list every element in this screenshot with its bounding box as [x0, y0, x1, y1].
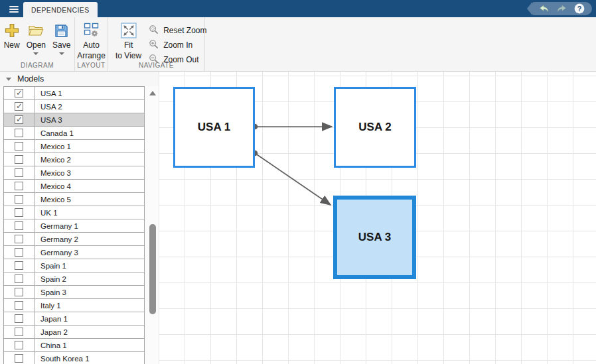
model-row[interactable]: Mexico 3	[4, 166, 144, 180]
model-name: Germany 3	[40, 249, 78, 257]
checkbox-icon[interactable]	[15, 89, 23, 97]
model-row[interactable]: Japan 2	[4, 326, 144, 339]
model-row[interactable]: Spain 1	[4, 259, 144, 273]
model-row[interactable]: Mexico 4	[4, 180, 144, 193]
model-row[interactable]: Mexico 5	[4, 193, 144, 206]
model-row[interactable]: Japan 1	[4, 312, 144, 326]
model-name: Mexico 1	[40, 143, 71, 151]
model-checkbox[interactable]	[4, 113, 35, 126]
save-button-label: Save	[52, 40, 70, 50]
redo-icon	[556, 3, 567, 15]
help-button[interactable]: ?	[573, 3, 585, 15]
save-floppy-icon	[54, 22, 69, 39]
model-checkbox[interactable]	[4, 100, 35, 113]
model-checkbox[interactable]	[4, 140, 35, 152]
model-checkbox[interactable]	[4, 87, 35, 99]
checkbox-icon[interactable]	[15, 221, 23, 230]
model-checkbox[interactable]	[4, 206, 35, 219]
model-checkbox[interactable]	[4, 339, 35, 351]
model-row[interactable]: China 1	[4, 339, 144, 352]
model-checkbox[interactable]	[4, 352, 35, 364]
model-row[interactable]: USA 1	[4, 87, 144, 100]
model-checkbox[interactable]	[4, 286, 35, 298]
redo-button[interactable]	[556, 3, 567, 15]
model-row[interactable]: Spain 3	[4, 286, 144, 299]
chevron-down-icon[interactable]	[33, 52, 38, 55]
new-button-label: New	[4, 40, 20, 50]
model-name: Germany 2	[40, 235, 78, 243]
model-row[interactable]: USA 2	[4, 100, 144, 113]
help-icon: ?	[573, 3, 585, 15]
zoom-in-button[interactable]: Zoom In	[146, 38, 209, 52]
model-row[interactable]: Canada 1	[4, 127, 144, 140]
checkbox-icon[interactable]	[15, 288, 23, 296]
scrollbar-thumb[interactable]	[149, 224, 156, 314]
auto-arrange-button[interactable]: Auto Arrange	[74, 21, 109, 60]
model-row[interactable]: Mexico 2	[4, 153, 144, 166]
reset-zoom-button[interactable]: Reset Zoom	[146, 23, 209, 38]
checkbox-icon[interactable]	[15, 301, 23, 310]
model-row[interactable]: Germany 1	[4, 219, 144, 233]
checkbox-icon[interactable]	[15, 235, 23, 243]
model-checkbox[interactable]	[4, 166, 35, 179]
model-row[interactable]: South Korea 1	[4, 352, 144, 364]
checkbox-icon[interactable]	[15, 261, 23, 270]
model-checkbox[interactable]	[4, 153, 35, 166]
model-checkbox[interactable]	[4, 127, 35, 139]
model-name: Germany 1	[40, 222, 78, 230]
hamburger-menu-icon[interactable]	[7, 3, 21, 15]
tab-dependencies[interactable]: DEPENDENCIES	[23, 2, 98, 17]
checkbox-icon[interactable]	[15, 328, 23, 336]
model-checkbox[interactable]	[4, 219, 35, 232]
ribbon-toolstrip: New Open	[0, 17, 596, 72]
checkbox-icon[interactable]	[15, 208, 23, 217]
model-row[interactable]: Germany 3	[4, 246, 144, 259]
model-checkbox[interactable]	[4, 299, 35, 312]
diagram-node[interactable]: USA 2	[334, 87, 416, 168]
checkbox-icon[interactable]	[15, 195, 23, 204]
diagram-canvas[interactable]: USA 1USA 2USA 3	[159, 72, 596, 364]
open-button[interactable]: Open	[23, 21, 49, 55]
checkbox-icon[interactable]	[15, 102, 23, 111]
model-row[interactable]: Spain 2	[4, 273, 144, 286]
checkbox-icon[interactable]	[15, 354, 23, 363]
checkbox-icon[interactable]	[15, 155, 23, 164]
checkbox-icon[interactable]	[15, 129, 23, 137]
model-row[interactable]: Germany 2	[4, 233, 144, 246]
checkbox-icon[interactable]	[15, 341, 23, 349]
diagram-node[interactable]: USA 1	[173, 87, 255, 168]
quick-access-toolbar: ?	[532, 2, 592, 15]
dependency-edge[interactable]	[255, 153, 331, 205]
model-row[interactable]: Mexico 1	[4, 140, 144, 153]
model-checkbox[interactable]	[4, 312, 35, 325]
model-row[interactable]: Italy 1	[4, 299, 144, 312]
checkbox-icon[interactable]	[15, 168, 23, 177]
model-checkbox[interactable]	[4, 180, 35, 192]
chevron-down-icon[interactable]	[59, 52, 64, 55]
model-name: Canada 1	[40, 129, 74, 137]
checkbox-icon[interactable]	[15, 314, 23, 323]
panel-title: Models	[17, 74, 44, 84]
model-checkbox[interactable]	[4, 193, 35, 206]
model-checkbox[interactable]	[4, 259, 35, 272]
checkbox-icon[interactable]	[15, 248, 23, 257]
new-button[interactable]: New	[1, 21, 23, 55]
collapse-arrow-icon[interactable]	[6, 78, 11, 81]
models-scrollbar[interactable]	[147, 88, 158, 364]
model-checkbox[interactable]	[4, 233, 35, 245]
checkbox-icon[interactable]	[15, 115, 23, 124]
checkbox-icon[interactable]	[15, 182, 23, 190]
scroll-up-icon[interactable]	[149, 91, 156, 95]
diagram-node[interactable]: USA 3	[333, 196, 416, 279]
model-checkbox[interactable]	[4, 246, 35, 259]
model-checkbox[interactable]	[4, 326, 35, 338]
model-row[interactable]: UK 1	[4, 206, 144, 219]
save-button[interactable]: Save	[49, 21, 74, 55]
undo-button[interactable]	[538, 3, 550, 15]
fit-to-view-button[interactable]: Fit to View	[112, 21, 145, 67]
checkbox-icon[interactable]	[15, 142, 23, 151]
checkbox-icon[interactable]	[15, 274, 23, 283]
model-checkbox[interactable]	[4, 273, 35, 285]
model-row[interactable]: USA 3	[4, 113, 144, 127]
models-panel-header[interactable]: Models	[0, 72, 159, 86]
